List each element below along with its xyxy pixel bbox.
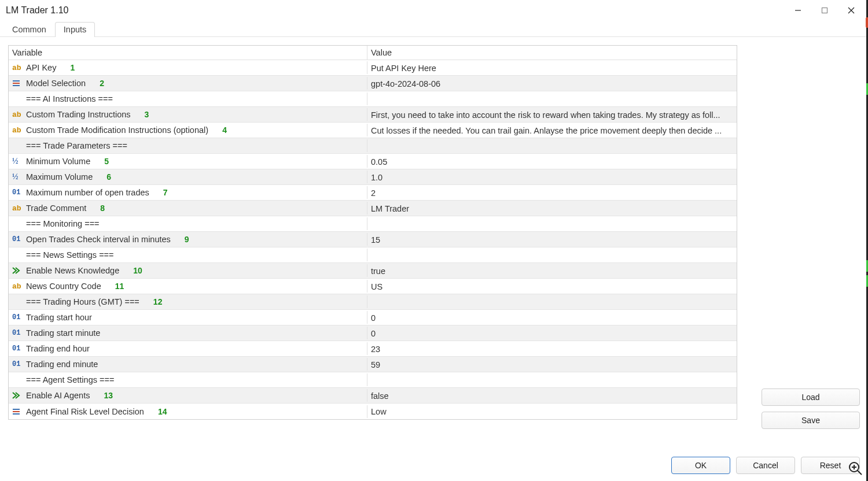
annotation-number: 8: [100, 204, 105, 213]
variable-cell: === Monitoring ===: [9, 217, 367, 230]
variable-cell: abAPI Key1: [9, 61, 367, 74]
string-type-icon: ab: [12, 63, 23, 72]
variable-label: === Trade Parameters ===: [26, 141, 127, 150]
table-row[interactable]: 01Trading end minute59: [9, 357, 737, 372]
table-row[interactable]: === Trade Parameters ===: [9, 138, 737, 154]
table-row[interactable]: Enable News Knowledge10true: [9, 263, 737, 279]
variable-label: === News Settings ===: [26, 250, 114, 260]
table-row[interactable]: Enable AI Agents13false: [9, 388, 737, 404]
tab-common[interactable]: Common: [3, 22, 55, 37]
table-header: Variable Value: [9, 46, 737, 60]
variable-label: News Country Code: [26, 282, 101, 291]
variable-label: Trade Comment: [26, 204, 86, 213]
table-row[interactable]: Model Selection2gpt-4o-2024-08-06: [9, 76, 737, 91]
table-row[interactable]: 01Open Trades Check interval in minutes9…: [9, 232, 737, 247]
value-cell[interactable]: 23: [367, 342, 737, 356]
table-row[interactable]: 01Trading end hour23: [9, 341, 737, 357]
header-value[interactable]: Value: [367, 46, 737, 60]
enum-type-icon: [12, 407, 23, 416]
value-cell[interactable]: 2: [367, 186, 737, 199]
cancel-button[interactable]: Cancel: [736, 457, 795, 474]
value-cell[interactable]: [367, 222, 737, 226]
variable-cell: 01Trading end minute: [9, 358, 367, 371]
table-row[interactable]: 01Trading start hour0: [9, 310, 737, 325]
table-row[interactable]: === Monitoring ===: [9, 216, 737, 232]
annotation-number: 9: [185, 235, 189, 244]
table-row[interactable]: === Agent Settings ===: [9, 372, 737, 388]
annotation-number: 13: [104, 391, 113, 400]
value-cell[interactable]: [367, 97, 737, 101]
table-row[interactable]: 01Trading start minute0: [9, 325, 737, 341]
table-row[interactable]: 01Maximum number of open trades72: [9, 185, 737, 201]
value-cell[interactable]: [367, 144, 737, 148]
zoom-icon[interactable]: [845, 458, 866, 479]
variable-cell: abTrade Comment8: [9, 202, 367, 214]
load-button[interactable]: Load: [762, 388, 860, 406]
variable-label: Trading end hour: [26, 344, 90, 353]
variable-label: Minimum Volume: [26, 157, 90, 166]
table-row[interactable]: === AI Instructions ===: [9, 91, 737, 107]
value-cell[interactable]: Low: [367, 405, 737, 418]
value-cell[interactable]: [367, 300, 737, 304]
table-row[interactable]: abNews Country Code11US: [9, 279, 737, 294]
annotation-number: 11: [115, 282, 124, 291]
variable-cell: === News Settings ===: [9, 249, 367, 261]
value-cell[interactable]: true: [367, 264, 737, 278]
value-cell[interactable]: Put API Key Here: [367, 61, 737, 75]
value-cell[interactable]: 0: [367, 327, 737, 340]
save-button[interactable]: Save: [762, 412, 860, 429]
variable-label: Custom Trade Modification Instructions (…: [26, 125, 208, 135]
value-cell[interactable]: 1.0: [367, 171, 737, 184]
string-type-icon: ab: [12, 204, 23, 213]
svg-rect-1: [822, 8, 827, 13]
value-cell[interactable]: LM Trader: [367, 202, 737, 215]
table-row[interactable]: === News Settings ===: [9, 247, 737, 263]
table-row[interactable]: abCustom Trading Instructions3First, you…: [9, 107, 737, 123]
table-row[interactable]: Agent Final Risk Level Decision14Low: [9, 404, 737, 419]
value-cell[interactable]: 0.05: [367, 155, 737, 168]
ok-button[interactable]: OK: [671, 457, 730, 474]
value-cell[interactable]: [367, 253, 737, 257]
value-cell[interactable]: First, you need to take into account the…: [367, 108, 737, 121]
minimize-button[interactable]: [785, 0, 811, 21]
value-cell[interactable]: US: [367, 280, 737, 293]
value-cell[interactable]: [367, 378, 737, 382]
annotation-number: 12: [153, 297, 163, 306]
value-cell[interactable]: false: [367, 389, 737, 402]
variable-cell: === AI Instructions ===: [9, 92, 367, 105]
table-row[interactable]: abTrade Comment8LM Trader: [9, 201, 737, 216]
annotation-number: 3: [145, 110, 149, 119]
variable-cell: ½Maximum Volume6: [9, 171, 367, 183]
close-button[interactable]: [838, 0, 865, 21]
table-row[interactable]: ½Maximum Volume61.0: [9, 169, 737, 185]
maximize-button[interactable]: [811, 0, 838, 21]
table-row[interactable]: === Trading Hours (GMT) ===12: [9, 294, 737, 310]
annotation-number: 4: [222, 125, 227, 135]
variable-cell: abCustom Trading Instructions3: [9, 108, 367, 121]
variable-cell: Model Selection2: [9, 77, 367, 90]
window-controls: [785, 0, 865, 21]
side-button-group: Load Save: [762, 388, 860, 429]
variable-label: Maximum Volume: [26, 172, 93, 182]
variable-label: Trading end minute: [26, 360, 98, 369]
minimize-icon: [794, 6, 802, 14]
value-cell[interactable]: gpt-4o-2024-08-06: [367, 77, 737, 90]
header-variable[interactable]: Variable: [9, 46, 367, 60]
variable-cell: abCustom Trade Modification Instructions…: [9, 124, 367, 136]
variable-label: === Monitoring ===: [26, 219, 100, 228]
variable-cell: === Trade Parameters ===: [9, 139, 367, 152]
tab-strip: Common Inputs: [0, 21, 868, 37]
annotation-number: 1: [70, 63, 75, 72]
double-type-icon: ½: [12, 157, 23, 166]
table-row[interactable]: abAPI Key1Put API Key Here: [9, 60, 737, 76]
variable-label: === Agent Settings ===: [26, 375, 114, 384]
value-cell[interactable]: 59: [367, 358, 737, 371]
table-row[interactable]: ½Minimum Volume50.05: [9, 154, 737, 169]
tab-inputs[interactable]: Inputs: [55, 22, 95, 37]
bottom-button-bar: OK Cancel Reset: [671, 457, 860, 474]
value-cell[interactable]: 15: [367, 233, 737, 246]
table-row[interactable]: abCustom Trade Modification Instructions…: [9, 123, 737, 138]
variable-label: Custom Trading Instructions: [26, 110, 131, 119]
value-cell[interactable]: 0: [367, 311, 737, 324]
value-cell[interactable]: Cut losses if the needed. You can trail …: [367, 124, 737, 137]
